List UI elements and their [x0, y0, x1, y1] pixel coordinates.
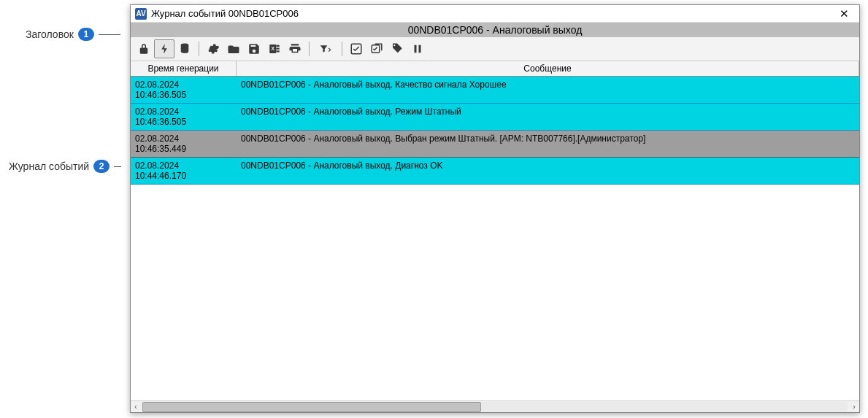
table-row[interactable]: 02.08.2024 10:46:35.449 00NDB01CP006 - А… — [131, 131, 859, 158]
check-all-icon[interactable] — [366, 39, 387, 58]
svg-rect-8 — [415, 45, 417, 53]
titlebar: AV Журнал событий 00NDB01CP006 ✕ — [131, 5, 859, 23]
callout-badge: 1 — [78, 28, 94, 41]
save-icon[interactable] — [244, 39, 264, 58]
callout-header: Заголовок 1 — [26, 28, 120, 41]
callout-label: Заголовок — [26, 28, 74, 40]
svg-rect-5 — [276, 50, 280, 52]
filter-icon[interactable] — [313, 39, 338, 58]
svg-text:X: X — [271, 46, 274, 51]
toolbar: X — [131, 37, 859, 61]
svg-rect-9 — [419, 45, 421, 53]
print-icon[interactable] — [285, 39, 305, 58]
header-strip: 00NDB01CP006 - Аналоговый выход — [131, 23, 859, 37]
cell-msg: 00NDB01CP006 - Аналоговый выход. Диагноз… — [237, 158, 859, 184]
cell-time: 02.08.2024 10:46:35.449 — [131, 131, 237, 157]
cell-msg: 00NDB01CP006 - Аналоговый выход. Выбран … — [237, 131, 859, 157]
cell-time: 02.08.2024 10:46:36.505 — [131, 104, 237, 130]
check-box-icon[interactable] — [346, 39, 366, 58]
event-grid: Время генерации Сообщение 02.08.2024 10:… — [131, 61, 859, 400]
horizontal-scrollbar[interactable]: ‹ › — [131, 400, 859, 412]
bolt-icon[interactable] — [154, 39, 174, 58]
callout-label: Журнал событий — [9, 160, 89, 172]
svg-rect-3 — [276, 45, 280, 47]
lock-icon[interactable] — [134, 39, 154, 58]
folder-open-icon[interactable] — [223, 39, 244, 58]
callout-line — [99, 34, 120, 35]
scroll-left-icon[interactable]: ‹ — [131, 402, 141, 412]
tag-icon[interactable] — [387, 39, 407, 58]
scroll-thumb[interactable] — [142, 402, 481, 412]
svg-rect-4 — [276, 48, 280, 50]
column-header-time[interactable]: Время генерации — [131, 61, 237, 76]
pause-icon[interactable] — [407, 39, 428, 58]
database-icon[interactable] — [174, 39, 195, 58]
excel-icon[interactable]: X — [264, 39, 285, 58]
scroll-right-icon[interactable]: › — [849, 402, 859, 412]
cell-time: 02.08.2024 10:44:46.170 — [131, 158, 237, 184]
toolbar-separator — [309, 42, 310, 56]
close-icon[interactable]: ✕ — [833, 7, 855, 21]
gear-icon[interactable] — [203, 39, 223, 58]
window-title: Журнал событий 00NDB01CP006 — [151, 8, 829, 19]
callout-line — [114, 166, 121, 167]
event-log-window: AV Журнал событий 00NDB01CP006 ✕ 00NDB01… — [130, 4, 860, 413]
grid-header: Время генерации Сообщение — [131, 61, 859, 77]
scroll-track[interactable] — [142, 402, 848, 412]
cell-time: 02.08.2024 10:46:36.505 — [131, 77, 237, 103]
table-row[interactable]: 02.08.2024 10:46:36.505 00NDB01CP006 - А… — [131, 77, 859, 104]
callout-badge: 2 — [93, 160, 110, 173]
table-row[interactable]: 02.08.2024 10:46:36.505 00NDB01CP006 - А… — [131, 104, 859, 131]
callout-journal: Журнал событий 2 — [9, 160, 121, 173]
toolbar-separator — [199, 42, 199, 56]
cell-msg: 00NDB01CP006 - Аналоговый выход. Качеств… — [237, 77, 859, 103]
cell-msg: 00NDB01CP006 - Аналоговый выход. Режим Ш… — [237, 104, 859, 130]
grid-body[interactable]: 02.08.2024 10:46:36.505 00NDB01CP006 - А… — [131, 77, 859, 400]
toolbar-separator — [342, 42, 342, 56]
app-icon: AV — [135, 8, 147, 20]
column-header-message[interactable]: Сообщение — [237, 61, 859, 76]
table-row[interactable]: 02.08.2024 10:44:46.170 00NDB01CP006 - А… — [131, 158, 859, 185]
